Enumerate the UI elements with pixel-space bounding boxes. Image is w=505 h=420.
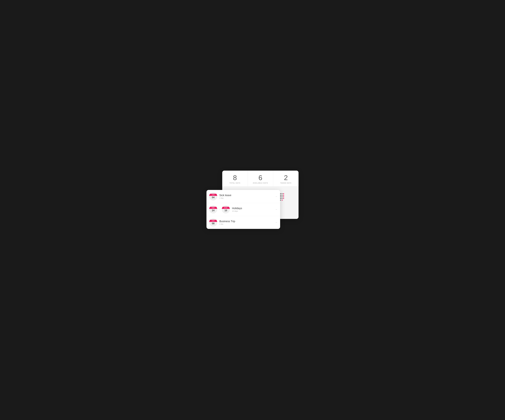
event-duration: 1 día [219,223,273,225]
event-item[interactable]: FEB24→MAR10Holidays14 days→ [207,203,280,216]
dot-dot [282,196,283,197]
red-outline-dot [282,200,283,201]
event-item[interactable]: APR08Business Trip1 día→ [207,216,280,229]
badge-day: 04 [212,196,215,199]
range-arrow-icon: → [218,208,221,211]
taken-days-number: 2 [284,174,288,181]
event-navigate-icon[interactable]: → [275,221,278,224]
date-range: FEB24→MAR10 [209,205,230,213]
red-dot [283,196,284,197]
event-duration: 14 days [232,210,273,212]
date-badge: MAR10 [222,205,230,213]
event-navigate-icon[interactable]: → [275,208,278,211]
event-duration: 1 day [219,197,273,199]
dot-dot [282,193,283,194]
event-info: Business Trip1 día [219,220,273,225]
stat-available: 6 AVAILABLE DAYS [248,171,273,186]
total-days-label: TOTAL DAYS [229,182,240,184]
badge-day: 10 [225,209,227,212]
date-badge: JAN04 [209,192,217,200]
event-info: Holidays14 days [232,207,273,212]
badge-day: 24 [212,209,215,212]
available-days-number: 6 [259,174,262,181]
available-days-label: AVAILABLE DAYS [253,182,268,184]
date-badge: FEB24 [209,205,217,213]
badge-month: MAR [222,207,230,209]
event-info: Sick leave1 day [219,194,273,199]
event-title: Sick leave [219,194,273,197]
badge-month: JAN [209,194,217,196]
event-item[interactable]: JAN04Sick leave1 day→ [207,190,280,203]
taken-days-label: TAKEN DAYS [280,182,291,184]
events-card: JAN04Sick leave1 day→FEB24→MAR10Holidays… [207,190,280,229]
page-container: 8 TOTAL DAYS 6 AVAILABLE DAYS 2 TAKEN DA… [207,171,298,249]
event-navigate-icon[interactable]: → [275,195,278,198]
stats-row: 8 TOTAL DAYS 6 AVAILABLE DAYS 2 TAKEN DA… [222,171,298,186]
dot-dot [282,198,283,199]
event-title: Business Trip [219,220,273,223]
red-dot [283,198,284,199]
badge-day: 08 [212,222,215,225]
stat-total: 8 TOTAL DAYS [222,171,248,186]
event-title: Holidays [232,207,273,210]
date-badge: APR08 [209,218,217,227]
badge-month: FEB [209,207,217,209]
red-dot [283,195,284,196]
red-dot [283,193,284,194]
badge-month: APR [209,220,217,222]
stat-taken: 2 TAKEN DAYS [273,171,298,186]
dot-dot [282,195,283,196]
total-days-number: 8 [233,174,237,181]
